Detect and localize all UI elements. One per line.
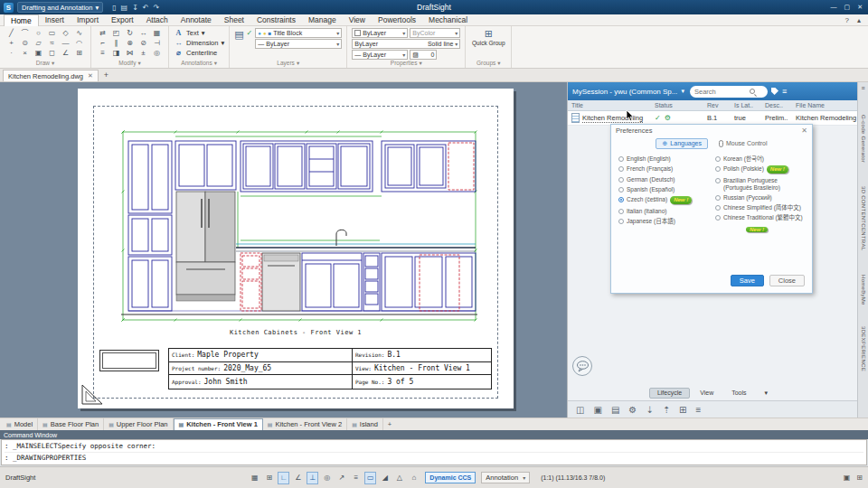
- draw-tool-icon[interactable]: ▣: [32, 48, 45, 58]
- close-tab-icon[interactable]: ✕: [88, 72, 93, 80]
- language-option-english[interactable]: English (English): [618, 155, 708, 163]
- draw-tool-icon[interactable]: ⊞: [72, 48, 86, 58]
- modify-tool-icon[interactable]: ◨: [109, 48, 123, 58]
- chevron-down-icon[interactable]: ▾: [52, 60, 54, 67]
- cad-drawing[interactable]: [114, 128, 485, 325]
- column-rev[interactable]: Rev: [703, 102, 731, 108]
- chevron-down-icon[interactable]: ▾: [137, 60, 140, 67]
- modify-tool-icon[interactable]: ◎: [150, 48, 164, 58]
- language-option-french[interactable]: French (Français): [618, 165, 708, 173]
- language-option-german[interactable]: German (Deutsch): [618, 176, 708, 183]
- side-tab-homebyme[interactable]: HomeByMe: [861, 275, 866, 305]
- status-toggle-icon[interactable]: ∠: [292, 472, 304, 484]
- layers-icon[interactable]: ▤: [234, 28, 243, 41]
- sheet-tab-upper-floor-plan[interactable]: ▤Upper Floor Plan: [104, 418, 173, 431]
- status-toggle-icon[interactable]: ◢: [379, 472, 391, 484]
- lifecycle-action-icon[interactable]: ▣: [593, 405, 601, 415]
- centerline-tool[interactable]: ⌀Centerline: [174, 48, 224, 58]
- status-toggle-icon[interactable]: △: [393, 472, 405, 484]
- column-desc[interactable]: Desc..: [761, 102, 792, 108]
- tag-icon[interactable]: [771, 88, 778, 95]
- radio-icon[interactable]: [715, 195, 721, 201]
- radio-icon[interactable]: [715, 205, 721, 211]
- modify-tool-icon[interactable]: ⊘: [137, 38, 150, 48]
- radio-icon[interactable]: [715, 178, 721, 183]
- menu-tab-sheet[interactable]: Sheet: [218, 14, 250, 26]
- draw-tool-icon[interactable]: ◠: [72, 38, 86, 48]
- radio-icon[interactable]: [715, 156, 721, 162]
- lock-ui-icon[interactable]: ▣: [844, 474, 851, 482]
- language-option-brazilian-portuguese[interactable]: Brazilian Portuguese (Português Brasilei…: [715, 177, 805, 192]
- close-dialog-button[interactable]: Close: [769, 275, 805, 286]
- tab-mouse-control[interactable]: Mouse Control: [719, 140, 768, 147]
- language-option-chinese-simplified[interactable]: Chinese Simplified (简体中文): [715, 204, 805, 211]
- modify-tool-icon[interactable]: ▦: [150, 28, 164, 38]
- menu-tab-manage[interactable]: Manage: [302, 14, 343, 26]
- chevron-down-icon[interactable]: ▾: [681, 88, 684, 95]
- radio-selected-icon[interactable]: [618, 197, 624, 202]
- minimize-button[interactable]: —: [831, 4, 837, 11]
- linetype-select[interactable]: ByLayerSolid line▾: [352, 39, 460, 49]
- menu-tab-import[interactable]: Import: [71, 14, 105, 26]
- qat-button-icon[interactable]: ▯: [112, 4, 116, 12]
- radio-icon[interactable]: [618, 219, 624, 224]
- modify-tool-icon[interactable]: ⌐: [96, 38, 109, 48]
- status-toggle-icon[interactable]: ≡: [350, 472, 362, 484]
- menu-tab-constraints[interactable]: Constraints: [250, 14, 302, 26]
- modify-tool-icon[interactable]: ⊣: [150, 38, 164, 48]
- quick-group-button[interactable]: ⊞ Quick Group: [470, 28, 506, 46]
- draw-tool-icon[interactable]: ▭: [45, 28, 59, 38]
- status-toggle-icon[interactable]: ⊞: [263, 472, 275, 484]
- lifecycle-action-icon[interactable]: ◫: [576, 405, 584, 415]
- menu-tab-mechanical[interactable]: Mechanical: [422, 14, 474, 26]
- draw-tool-icon[interactable]: —: [59, 38, 72, 48]
- status-toggle-icon[interactable]: ⌂: [408, 472, 420, 484]
- menu-tab-view[interactable]: View: [343, 14, 372, 26]
- draw-tool-icon[interactable]: ×: [18, 48, 32, 58]
- status-toggle-icon[interactable]: ▦: [249, 472, 260, 484]
- dynamic-ccs-toggle[interactable]: Dynamic CCS: [425, 472, 476, 483]
- draw-tool-icon[interactable]: ·: [5, 48, 18, 58]
- menu-tab-attach[interactable]: Attach: [140, 14, 175, 26]
- app-logo-icon[interactable]: S: [4, 3, 14, 13]
- chevron-down-icon[interactable]: ▾: [757, 388, 777, 399]
- language-option-polish[interactable]: Polish (Polskie)New !: [715, 165, 805, 174]
- sheet-tab-island[interactable]: ▤Island: [347, 418, 383, 431]
- modify-tool-icon[interactable]: ∥: [109, 38, 123, 48]
- lineweight-select[interactable]: — ByLayer ▾: [255, 39, 342, 49]
- status-toggle-icon[interactable]: ∟: [278, 472, 289, 484]
- modify-tool-icon[interactable]: ≡: [96, 48, 109, 58]
- modify-tool-icon[interactable]: ↻: [123, 28, 137, 38]
- menu-tab-annotate[interactable]: Annotate: [175, 14, 218, 26]
- draw-tool-icon[interactable]: ╱: [5, 28, 18, 38]
- tab-view[interactable]: View: [692, 388, 722, 399]
- side-tab-3dcontentcentral[interactable]: 3D CONTENTCENTRAL: [861, 186, 866, 250]
- draw-tool-icon[interactable]: ○: [32, 28, 45, 38]
- lifecycle-action-icon[interactable]: ⇡: [663, 405, 670, 415]
- tab-languages[interactable]: ⊕Languages: [656, 138, 708, 149]
- search-icon[interactable]: [750, 89, 755, 94]
- dimension-tool[interactable]: ↔Dimension▾: [174, 38, 224, 48]
- close-button[interactable]: ✕: [857, 4, 863, 11]
- modify-tool-icon[interactable]: ±: [137, 48, 150, 58]
- new-document-button[interactable]: +: [100, 70, 112, 81]
- modify-tool-icon[interactable]: ◰: [109, 28, 123, 38]
- radio-icon[interactable]: [618, 209, 624, 214]
- maximize-button[interactable]: ▢: [844, 4, 851, 11]
- menu-tab-export[interactable]: Export: [105, 14, 140, 26]
- modify-tool-icon[interactable]: ⋈: [123, 48, 137, 58]
- lifecycle-action-icon[interactable]: ⚙: [628, 405, 637, 415]
- lineweight-property-select[interactable]: —ByLayer▾: [352, 50, 408, 60]
- modify-tool-icon[interactable]: ↔: [137, 28, 150, 38]
- add-sheet-button[interactable]: +: [383, 420, 396, 428]
- draw-tool-icon[interactable]: ◻: [45, 48, 59, 58]
- active-layer-select[interactable]: ● ● ■ Title Block ▾: [255, 28, 342, 38]
- chevron-down-icon[interactable]: ▾: [214, 60, 217, 67]
- language-option-japanese[interactable]: Japanese (日本語): [618, 218, 708, 225]
- radio-icon[interactable]: [618, 166, 624, 172]
- status-toggle-icon[interactable]: ↗: [335, 472, 347, 484]
- qat-button-icon[interactable]: ▤: [121, 4, 128, 12]
- draw-tool-icon[interactable]: ⌒: [18, 28, 32, 38]
- radio-icon[interactable]: [715, 215, 721, 221]
- sheet-tab-kitchen-front-view-1[interactable]: ▤Kitchen - Front View 1: [174, 418, 263, 431]
